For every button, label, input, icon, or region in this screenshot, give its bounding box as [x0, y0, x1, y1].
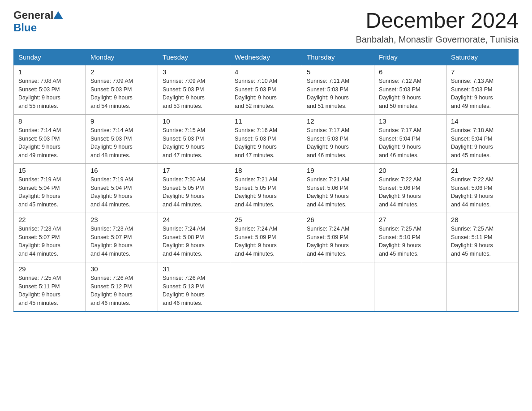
- page-header: General Blue December 2024 Banbalah, Mon…: [13, 9, 519, 45]
- calendar-week-row: 1 Sunrise: 7:08 AM Sunset: 5:03 PM Dayli…: [14, 65, 519, 115]
- col-header-saturday: Saturday: [446, 49, 519, 65]
- day-info: Sunrise: 7:26 AM Sunset: 5:12 PM Dayligh…: [90, 274, 153, 308]
- table-row: 15 Sunrise: 7:19 AM Sunset: 5:04 PM Dayl…: [14, 163, 86, 213]
- table-row: 16 Sunrise: 7:19 AM Sunset: 5:04 PM Dayl…: [86, 163, 158, 213]
- table-row: 31 Sunrise: 7:26 AM Sunset: 5:13 PM Dayl…: [158, 262, 230, 312]
- title-section: December 2024 Banbalah, Monastir Governo…: [356, 9, 519, 45]
- day-info: Sunrise: 7:14 AM Sunset: 5:03 PM Dayligh…: [18, 126, 81, 160]
- day-number: 2: [90, 68, 153, 76]
- day-number: 9: [90, 117, 153, 125]
- day-info: Sunrise: 7:18 AM Sunset: 5:04 PM Dayligh…: [451, 126, 514, 160]
- table-row: [302, 262, 374, 312]
- day-info: Sunrise: 7:19 AM Sunset: 5:04 PM Dayligh…: [18, 176, 81, 209]
- col-header-monday: Monday: [86, 49, 158, 65]
- day-number: 20: [379, 167, 442, 174]
- day-info: Sunrise: 7:08 AM Sunset: 5:03 PM Dayligh…: [18, 77, 81, 111]
- table-row: 11 Sunrise: 7:16 AM Sunset: 5:03 PM Dayl…: [230, 114, 302, 163]
- table-row: 25 Sunrise: 7:24 AM Sunset: 5:09 PM Dayl…: [230, 213, 302, 262]
- day-info: Sunrise: 7:15 AM Sunset: 5:03 PM Dayligh…: [163, 126, 225, 160]
- table-row: 20 Sunrise: 7:22 AM Sunset: 5:06 PM Dayl…: [374, 163, 446, 213]
- day-number: 29: [18, 265, 81, 273]
- day-number: 24: [163, 216, 225, 223]
- logo: General Blue: [13, 9, 63, 34]
- day-info: Sunrise: 7:23 AM Sunset: 5:07 PM Dayligh…: [90, 225, 153, 258]
- day-number: 31: [163, 265, 225, 273]
- svg-marker-0: [53, 11, 63, 19]
- table-row: 5 Sunrise: 7:11 AM Sunset: 5:03 PM Dayli…: [302, 65, 374, 115]
- day-info: Sunrise: 7:21 AM Sunset: 5:06 PM Dayligh…: [307, 176, 369, 209]
- calendar-header-row: SundayMondayTuesdayWednesdayThursdayFrid…: [14, 49, 519, 65]
- day-info: Sunrise: 7:23 AM Sunset: 5:07 PM Dayligh…: [18, 225, 81, 258]
- day-number: 30: [90, 265, 153, 273]
- table-row: 28 Sunrise: 7:25 AM Sunset: 5:11 PM Dayl…: [446, 213, 519, 262]
- table-row: 1 Sunrise: 7:08 AM Sunset: 5:03 PM Dayli…: [14, 65, 86, 115]
- table-row: 18 Sunrise: 7:21 AM Sunset: 5:05 PM Dayl…: [230, 163, 302, 213]
- col-header-thursday: Thursday: [302, 49, 374, 65]
- table-row: 17 Sunrise: 7:20 AM Sunset: 5:05 PM Dayl…: [158, 163, 230, 213]
- calendar-week-row: 29 Sunrise: 7:25 AM Sunset: 5:11 PM Dayl…: [14, 262, 519, 312]
- day-info: Sunrise: 7:10 AM Sunset: 5:03 PM Dayligh…: [235, 77, 297, 111]
- month-title: December 2024: [356, 9, 519, 33]
- day-info: Sunrise: 7:25 AM Sunset: 5:10 PM Dayligh…: [379, 225, 442, 258]
- day-info: Sunrise: 7:21 AM Sunset: 5:05 PM Dayligh…: [235, 176, 297, 209]
- day-number: 21: [451, 167, 514, 174]
- day-info: Sunrise: 7:22 AM Sunset: 5:06 PM Dayligh…: [451, 176, 514, 209]
- col-header-friday: Friday: [374, 49, 446, 65]
- table-row: 24 Sunrise: 7:24 AM Sunset: 5:08 PM Dayl…: [158, 213, 230, 262]
- day-info: Sunrise: 7:26 AM Sunset: 5:13 PM Dayligh…: [163, 274, 225, 308]
- calendar-week-row: 8 Sunrise: 7:14 AM Sunset: 5:03 PM Dayli…: [14, 114, 519, 163]
- table-row: 23 Sunrise: 7:23 AM Sunset: 5:07 PM Dayl…: [86, 213, 158, 262]
- table-row: 13 Sunrise: 7:17 AM Sunset: 5:04 PM Dayl…: [374, 114, 446, 163]
- day-info: Sunrise: 7:16 AM Sunset: 5:03 PM Dayligh…: [235, 126, 297, 160]
- table-row: 14 Sunrise: 7:18 AM Sunset: 5:04 PM Dayl…: [446, 114, 519, 163]
- day-number: 22: [18, 216, 81, 223]
- day-info: Sunrise: 7:25 AM Sunset: 5:11 PM Dayligh…: [451, 225, 514, 258]
- day-info: Sunrise: 7:24 AM Sunset: 5:08 PM Dayligh…: [163, 225, 225, 258]
- day-info: Sunrise: 7:17 AM Sunset: 5:04 PM Dayligh…: [379, 126, 442, 160]
- table-row: 6 Sunrise: 7:12 AM Sunset: 5:03 PM Dayli…: [374, 65, 446, 115]
- table-row: 10 Sunrise: 7:15 AM Sunset: 5:03 PM Dayl…: [158, 114, 230, 163]
- table-row: 9 Sunrise: 7:14 AM Sunset: 5:03 PM Dayli…: [86, 114, 158, 163]
- day-number: 3: [163, 68, 225, 76]
- day-number: 26: [307, 216, 369, 223]
- day-number: 12: [307, 117, 369, 125]
- day-number: 17: [163, 167, 225, 174]
- table-row: 4 Sunrise: 7:10 AM Sunset: 5:03 PM Dayli…: [230, 65, 302, 115]
- calendar-week-row: 22 Sunrise: 7:23 AM Sunset: 5:07 PM Dayl…: [14, 213, 519, 262]
- day-info: Sunrise: 7:24 AM Sunset: 5:09 PM Dayligh…: [235, 225, 297, 258]
- day-info: Sunrise: 7:14 AM Sunset: 5:03 PM Dayligh…: [90, 126, 153, 160]
- day-number: 13: [379, 117, 442, 125]
- table-row: [230, 262, 302, 312]
- location-title: Banbalah, Monastir Governorate, Tunisia: [356, 34, 519, 45]
- day-info: Sunrise: 7:22 AM Sunset: 5:06 PM Dayligh…: [379, 176, 442, 209]
- day-info: Sunrise: 7:24 AM Sunset: 5:09 PM Dayligh…: [307, 225, 369, 258]
- table-row: [446, 262, 519, 312]
- day-info: Sunrise: 7:09 AM Sunset: 5:03 PM Dayligh…: [90, 77, 153, 111]
- day-info: Sunrise: 7:25 AM Sunset: 5:11 PM Dayligh…: [18, 274, 81, 308]
- day-info: Sunrise: 7:11 AM Sunset: 5:03 PM Dayligh…: [307, 77, 369, 111]
- day-number: 23: [90, 216, 153, 223]
- table-row: 12 Sunrise: 7:17 AM Sunset: 5:03 PM Dayl…: [302, 114, 374, 163]
- table-row: 29 Sunrise: 7:25 AM Sunset: 5:11 PM Dayl…: [14, 262, 86, 312]
- day-number: 6: [379, 68, 442, 76]
- day-info: Sunrise: 7:12 AM Sunset: 5:03 PM Dayligh…: [379, 77, 442, 111]
- col-header-wednesday: Wednesday: [230, 49, 302, 65]
- table-row: 27 Sunrise: 7:25 AM Sunset: 5:10 PM Dayl…: [374, 213, 446, 262]
- col-header-tuesday: Tuesday: [158, 49, 230, 65]
- day-info: Sunrise: 7:20 AM Sunset: 5:05 PM Dayligh…: [163, 176, 225, 209]
- day-number: 28: [451, 216, 514, 223]
- calendar-week-row: 15 Sunrise: 7:19 AM Sunset: 5:04 PM Dayl…: [14, 163, 519, 213]
- table-row: 7 Sunrise: 7:13 AM Sunset: 5:03 PM Dayli…: [446, 65, 519, 115]
- day-number: 5: [307, 68, 369, 76]
- day-number: 10: [163, 117, 225, 125]
- logo-blue: Blue: [13, 21, 37, 34]
- day-number: 25: [235, 216, 297, 223]
- logo-icon: [53, 11, 63, 19]
- day-number: 18: [235, 167, 297, 174]
- day-number: 19: [307, 167, 369, 174]
- day-number: 16: [90, 167, 153, 174]
- day-number: 27: [379, 216, 442, 223]
- calendar-table: SundayMondayTuesdayWednesdayThursdayFrid…: [13, 49, 519, 312]
- table-row: 26 Sunrise: 7:24 AM Sunset: 5:09 PM Dayl…: [302, 213, 374, 262]
- day-info: Sunrise: 7:19 AM Sunset: 5:04 PM Dayligh…: [90, 176, 153, 209]
